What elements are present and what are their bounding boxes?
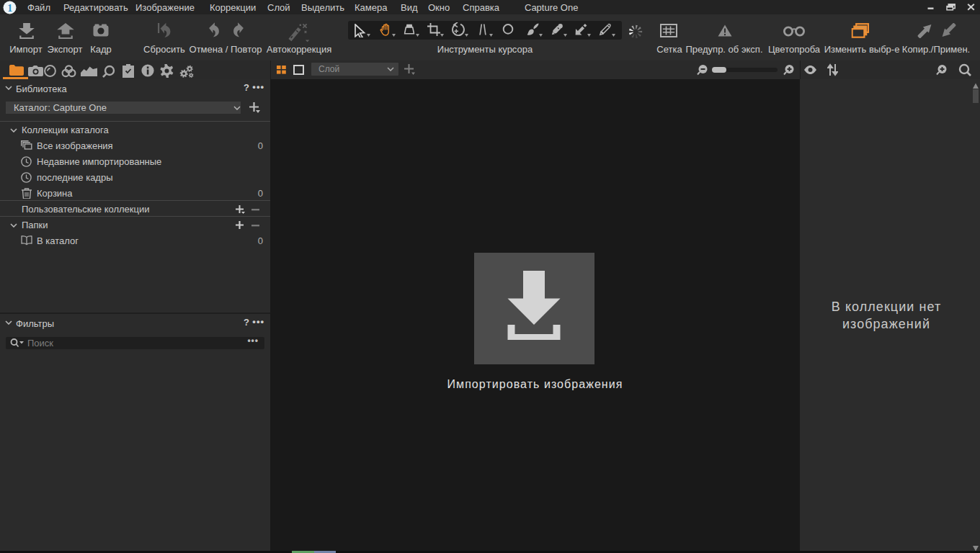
svg-text:1: 1 xyxy=(7,3,12,14)
